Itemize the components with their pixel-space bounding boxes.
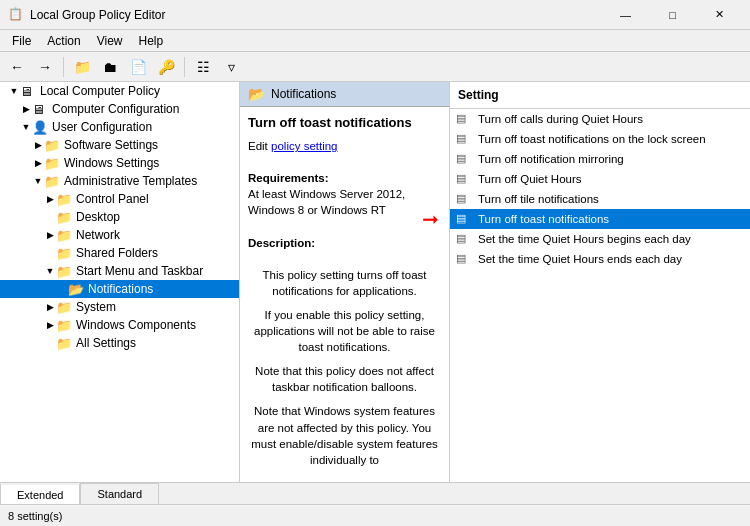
menu-help[interactable]: Help: [131, 32, 172, 50]
expand-icon: ▼: [32, 176, 44, 186]
setting-item-turn-off-quiet-hours[interactable]: ▤ Turn off Quiet Hours: [450, 169, 750, 189]
tree-label: Administrative Templates: [64, 174, 197, 188]
expand-icon: ▶: [32, 140, 44, 150]
tree-item-desktop[interactable]: 📁 Desktop: [0, 208, 239, 226]
tree-label: Computer Configuration: [52, 102, 179, 116]
bottom-bar: Extended Standard: [0, 482, 750, 504]
toolbar-doc[interactable]: 📄: [125, 55, 151, 79]
toolbar-up[interactable]: 📁: [69, 55, 95, 79]
setting-label: Set the time Quiet Hours ends each day: [478, 253, 682, 265]
expand-icon: [56, 284, 68, 294]
folder-icon: 🖥: [32, 102, 48, 116]
folder-icon: 📁: [56, 210, 72, 224]
toolbar-key[interactable]: 🔑: [153, 55, 179, 79]
app-icon: 📋: [8, 7, 24, 23]
minimize-button[interactable]: —: [603, 4, 648, 26]
description-title: Turn off toast notifications: [240, 107, 449, 134]
tab-standard[interactable]: Standard: [80, 483, 159, 504]
tree-item-control-panel[interactable]: ▶ 📁 Control Panel: [0, 190, 239, 208]
setting-label: Turn off calls during Quiet Hours: [478, 113, 643, 125]
setting-icon: ▤: [456, 212, 472, 226]
maximize-button[interactable]: □: [650, 4, 695, 26]
tree-item-start-menu[interactable]: ▼ 📁 Start Menu and Taskbar: [0, 262, 239, 280]
tree-label: All Settings: [76, 336, 136, 350]
close-button[interactable]: ✕: [697, 4, 742, 26]
tree-item-notifications[interactable]: 📂 Notifications: [0, 280, 239, 298]
setting-item-quiet-hours-end[interactable]: ▤ Set the time Quiet Hours ends each day: [450, 249, 750, 269]
tree-item-all-settings[interactable]: 📁 All Settings: [0, 334, 239, 352]
tree-item-network[interactable]: ▶ 📁 Network: [0, 226, 239, 244]
setting-label: Turn off tile notifications: [478, 193, 599, 205]
tree-panel: ▼ 🖥 Local Computer Policy ▶ 🖥 Computer C…: [0, 82, 240, 482]
setting-icon: ▤: [456, 172, 472, 186]
toolbar-filter[interactable]: ▿: [218, 55, 244, 79]
tree-label: Desktop: [76, 210, 120, 224]
folder-icon: 🖥: [20, 84, 36, 98]
middle-wrapper: 📂 Notifications Turn off toast notificat…: [240, 82, 450, 482]
tree-item-windows-components[interactable]: ▶ 📁 Windows Components: [0, 316, 239, 334]
policy-link[interactable]: policy setting: [271, 140, 337, 152]
folder-icon: 📁: [56, 228, 72, 242]
toolbar: ← → 📁 🖿 📄 🔑 ☷ ▿: [0, 52, 750, 82]
tree-item-windows-settings[interactable]: ▶ 📁 Windows Settings: [0, 154, 239, 172]
tree-label: Start Menu and Taskbar: [76, 264, 203, 278]
main-content: ▼ 🖥 Local Computer Policy ▶ 🖥 Computer C…: [0, 82, 750, 482]
tree-item-user-config[interactable]: ▼ 👤 User Configuration: [0, 118, 239, 136]
panel-header-title: Notifications: [271, 87, 336, 101]
tree-label: Windows Settings: [64, 156, 159, 170]
right-panel-header: Setting: [450, 82, 750, 109]
setting-item-quiet-hours-begin[interactable]: ▤ Set the time Quiet Hours begins each d…: [450, 229, 750, 249]
tree-item-shared-folders[interactable]: 📁 Shared Folders: [0, 244, 239, 262]
folder-icon: 📁: [56, 192, 72, 206]
tree-item-local-computer-policy[interactable]: ▼ 🖥 Local Computer Policy: [0, 82, 239, 100]
tree-item-computer-config[interactable]: ▶ 🖥 Computer Configuration: [0, 100, 239, 118]
menu-action[interactable]: Action: [39, 32, 88, 50]
title-bar: 📋 Local Group Policy Editor — □ ✕: [0, 0, 750, 30]
requirements-label: Requirements:: [248, 170, 441, 186]
tree-label: Local Computer Policy: [40, 84, 160, 98]
window-controls: — □ ✕: [603, 4, 742, 26]
title-text: Local Group Policy Editor: [30, 8, 165, 22]
desc-para-1: This policy setting turns off toast noti…: [248, 267, 441, 299]
arrow-icon: ➞: [422, 207, 439, 231]
tree-label: Control Panel: [76, 192, 149, 206]
expand-icon: ▶: [44, 302, 56, 312]
setting-label: Turn off toast notifications: [478, 213, 609, 225]
menu-view[interactable]: View: [89, 32, 131, 50]
middle-panel: 📂 Notifications Turn off toast notificat…: [240, 82, 450, 482]
setting-item-turn-off-calls[interactable]: ▤ Turn off calls during Quiet Hours: [450, 109, 750, 129]
setting-label: Turn off Quiet Hours: [478, 173, 582, 185]
expand-icon: [44, 248, 56, 258]
menu-file[interactable]: File: [4, 32, 39, 50]
menu-bar: File Action View Help: [0, 30, 750, 52]
tree-item-admin-templates[interactable]: ▼ 📁 Administrative Templates: [0, 172, 239, 190]
desc-para-2: If you enable this policy setting, appli…: [248, 307, 441, 355]
tree-item-software-settings[interactable]: ▶ 📁 Software Settings: [0, 136, 239, 154]
middle-panel-header: 📂 Notifications: [240, 82, 449, 107]
toolbar-back[interactable]: ←: [4, 55, 30, 79]
folder-icon: 📁: [44, 174, 60, 188]
tree-label: Network: [76, 228, 120, 242]
folder-icon: 📁: [56, 336, 72, 350]
tree-item-system[interactable]: ▶ 📁 System: [0, 298, 239, 316]
description-body: Edit policy setting Requirements: At lea…: [240, 134, 449, 482]
expand-icon: ▼: [44, 266, 56, 276]
setting-label: Turn off toast notifications on the lock…: [478, 133, 706, 145]
expand-icon: ▶: [32, 158, 44, 168]
folder-icon: 👤: [32, 120, 48, 134]
toolbar-list[interactable]: ☷: [190, 55, 216, 79]
tree-label: System: [76, 300, 116, 314]
setting-item-turn-off-toast-lock[interactable]: ▤ Turn off toast notifications on the lo…: [450, 129, 750, 149]
status-bar: 8 setting(s): [0, 504, 750, 526]
requirements-text: At least Windows Server 2012, Windows 8 …: [248, 186, 441, 218]
setting-item-turn-off-tile[interactable]: ▤ Turn off tile notifications: [450, 189, 750, 209]
toolbar-forward[interactable]: →: [32, 55, 58, 79]
tab-extended[interactable]: Extended: [0, 483, 80, 504]
expand-icon: [44, 212, 56, 222]
edit-line: Edit policy setting: [248, 138, 441, 154]
setting-item-turn-off-toast[interactable]: ➞ ▤ Turn off toast notifications: [450, 209, 750, 229]
expand-icon: [44, 338, 56, 348]
toolbar-folder2[interactable]: 🖿: [97, 55, 123, 79]
setting-item-turn-off-mirroring[interactable]: ▤ Turn off notification mirroring: [450, 149, 750, 169]
panel-folder-icon: 📂: [248, 86, 265, 102]
